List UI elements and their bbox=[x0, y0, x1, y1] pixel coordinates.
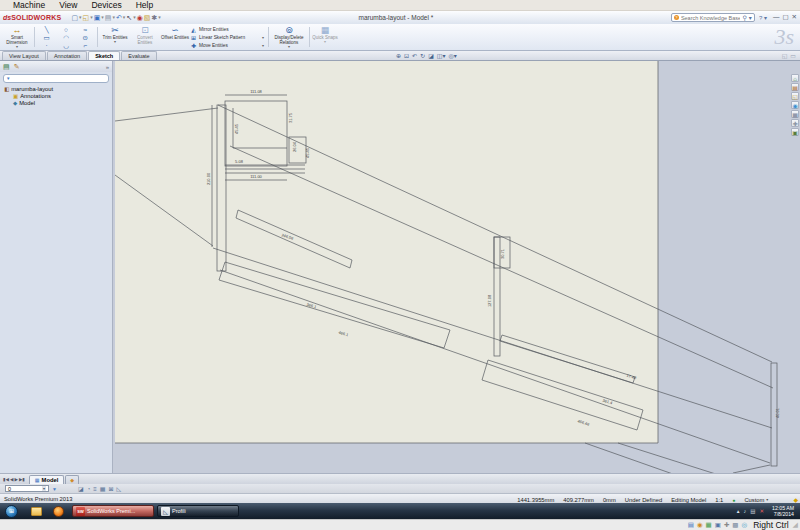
panel-chevron-icon[interactable]: » bbox=[106, 64, 109, 70]
unit-system-dropdown[interactable]: Custom ▾ bbox=[744, 497, 768, 503]
drawing-sheet[interactable] bbox=[115, 61, 658, 443]
rectangle-tool[interactable]: ▭ bbox=[44, 34, 50, 41]
chamfer-tool[interactable]: ⌐ bbox=[83, 42, 87, 49]
document-recovery-icon[interactable]: ✚ bbox=[791, 119, 799, 127]
sw-resources-icon[interactable]: ⌂ bbox=[791, 74, 799, 82]
firefox-taskbar-icon[interactable] bbox=[53, 506, 64, 517]
dimension-label[interactable]: 26.04 bbox=[292, 141, 297, 152]
pane-split-icon[interactable]: ◱ bbox=[782, 52, 788, 59]
dimension-label[interactable]: 111.00 bbox=[250, 174, 262, 179]
close-button[interactable]: ✕ bbox=[792, 14, 797, 21]
taskbar-clock[interactable]: 12:05 AM 7/8/2014 bbox=[772, 505, 794, 517]
taskbar-profili-button[interactable]: ◺ Profili bbox=[157, 505, 239, 517]
tree-item-annotations[interactable]: ▣ Annotations bbox=[0, 92, 112, 99]
start-button[interactable]: ⊞ bbox=[5, 505, 18, 518]
featuremanager-tab-icon[interactable]: ▤ bbox=[3, 63, 10, 70]
dimension-label[interactable]: 111.08 bbox=[250, 89, 262, 94]
filter-clear-icon[interactable]: ⊠ bbox=[108, 485, 113, 493]
tree-root-item[interactable]: ◧ marumba-layout bbox=[0, 85, 112, 92]
hide-show-icon[interactable]: ◎▾ bbox=[448, 52, 456, 60]
vm-cd-icon[interactable]: ◉ bbox=[697, 522, 703, 529]
dimension-label[interactable]: 30.71 bbox=[500, 248, 505, 259]
print-caret[interactable]: ▾ bbox=[112, 15, 115, 20]
tree-item-model[interactable]: ◆ Model bbox=[0, 99, 112, 106]
dimension-label[interactable]: 45.45 bbox=[305, 147, 310, 158]
new-button[interactable]: ▢ bbox=[71, 14, 78, 21]
trim-entities-button[interactable]: ✂ Trim Entities ▾ bbox=[100, 25, 130, 49]
pane-expand-icon[interactable]: ▭ bbox=[790, 52, 796, 59]
smart-dimension-caret[interactable]: ▾ bbox=[16, 45, 18, 49]
network-icon[interactable]: ▤ bbox=[750, 508, 755, 514]
selection-funnel-icon[interactable]: ▼ bbox=[52, 486, 57, 492]
dimension-label[interactable]: 5.08 bbox=[235, 159, 244, 164]
smart-dimension-button[interactable]: ↔ Smart Dimension ▾ bbox=[2, 25, 32, 49]
save-caret[interactable]: ▾ bbox=[101, 15, 104, 20]
search-caret-icon[interactable]: ▾ bbox=[749, 14, 752, 21]
last-tab-button[interactable]: ▶▮ bbox=[19, 476, 25, 483]
arc-tool[interactable]: ◠ bbox=[63, 34, 69, 41]
zoom-area-icon[interactable]: ⊡ bbox=[404, 52, 409, 60]
vm-mouse-icon[interactable]: ◎ bbox=[742, 522, 748, 529]
tab-annotation[interactable]: Annotation bbox=[47, 51, 87, 60]
dimension-label[interactable]: 127.08 bbox=[487, 294, 492, 307]
vm-menu-devices[interactable]: Devices bbox=[84, 0, 128, 10]
design-library-icon[interactable]: ▤ bbox=[791, 83, 799, 91]
file-explorer-icon[interactable]: ◱ bbox=[791, 92, 799, 100]
offset-entities-button[interactable]: ∽ Offset Entities bbox=[160, 25, 190, 49]
circle-tool[interactable]: ○ bbox=[64, 26, 68, 33]
status-tip-icon[interactable]: ◆ bbox=[793, 496, 798, 503]
convert-entities-button[interactable]: ⊡ Convert Entities bbox=[130, 25, 160, 49]
new-caret[interactable]: ▾ bbox=[79, 15, 82, 20]
vm-sharedfolder-icon[interactable]: ▩ bbox=[732, 522, 738, 529]
rotate-view-icon[interactable]: ↻ bbox=[420, 52, 425, 60]
previous-view-icon[interactable]: ↶ bbox=[412, 52, 417, 60]
vm-menu-help[interactable]: Help bbox=[129, 0, 160, 10]
move-entities-button[interactable]: ✚ Move Entities ▾ bbox=[190, 42, 266, 49]
vm-display-icon[interactable]: ▣ bbox=[715, 522, 721, 529]
section-view-icon[interactable]: ◪ bbox=[428, 52, 434, 60]
search-input[interactable] bbox=[681, 15, 741, 21]
quick-snaps-button[interactable]: ▦ Quick Snaps ▾ bbox=[312, 25, 338, 49]
motion-study-tab[interactable]: ◆ bbox=[65, 475, 79, 484]
sketch-line[interactable] bbox=[618, 443, 763, 473]
filter-edges-icon[interactable]: ◔ bbox=[87, 485, 91, 493]
filter-solids-icon[interactable]: ▦ bbox=[100, 485, 106, 493]
appearances-icon[interactable]: ◉ bbox=[791, 101, 799, 109]
print-button[interactable]: ▤ bbox=[105, 14, 112, 21]
open-caret[interactable]: ▾ bbox=[90, 15, 93, 20]
dimension-label[interactable]: 210.00 bbox=[206, 172, 211, 185]
move-entities-caret[interactable]: ▾ bbox=[262, 43, 264, 48]
model-tab[interactable]: ▦ Model bbox=[29, 475, 64, 484]
display-style-icon[interactable]: ◫▾ bbox=[437, 52, 446, 60]
filter-surface-icon[interactable]: ◺ bbox=[116, 485, 121, 493]
mirror-entities-button[interactable]: ◭ Mirror Entities bbox=[190, 26, 266, 33]
volume-icon[interactable]: ♪ bbox=[744, 508, 747, 514]
vm-usb-icon[interactable]: ✚ bbox=[724, 522, 729, 529]
tree-filter-input[interactable] bbox=[12, 76, 106, 82]
vm-menu-machine[interactable]: Machine bbox=[6, 0, 52, 10]
propertymanager-tab-icon[interactable]: ✎ bbox=[14, 63, 20, 70]
tree-filter-box[interactable]: ▼ bbox=[3, 74, 109, 83]
tab-view-layout[interactable]: View Layout bbox=[2, 51, 46, 60]
taskbar-solidworks-button[interactable]: SW SolidWorks Premi... bbox=[72, 505, 154, 517]
graphics-area[interactable]: 111.08210.00111.0045.4531.7526.0445.455.… bbox=[115, 61, 800, 473]
sketch-line[interactable] bbox=[733, 465, 770, 473]
forum-icon[interactable]: ▣ bbox=[791, 128, 799, 136]
line-tool[interactable]: ╲ bbox=[45, 26, 49, 33]
wing-layout-sketch[interactable]: 111.08210.00111.0045.4531.7526.0445.455.… bbox=[115, 61, 800, 473]
zoom-fit-icon[interactable]: ⊕ bbox=[396, 52, 401, 60]
vm-net-icon[interactable]: ▦ bbox=[706, 522, 712, 529]
save-button[interactable]: ▣ bbox=[94, 14, 101, 21]
point-tool[interactable]: · bbox=[46, 42, 48, 49]
open-button[interactable]: ◱ bbox=[83, 14, 90, 21]
relations-caret[interactable]: ▾ bbox=[288, 45, 290, 49]
next-tab-button[interactable]: ▶ bbox=[14, 476, 17, 483]
filter-combo[interactable]: 0 ▾ bbox=[5, 485, 49, 492]
dimension-label[interactable]: 45.45 bbox=[234, 123, 239, 134]
action-center-icon[interactable]: ✕ bbox=[759, 508, 764, 514]
dimension-label[interactable]: 40.01 bbox=[775, 407, 780, 418]
custom-properties-icon[interactable]: ▦ bbox=[791, 110, 799, 118]
prev-tab-button[interactable]: ◀ bbox=[10, 476, 13, 483]
help-menu-icon[interactable]: ? ▾ bbox=[759, 14, 767, 21]
explorer-taskbar-icon[interactable] bbox=[31, 507, 42, 516]
